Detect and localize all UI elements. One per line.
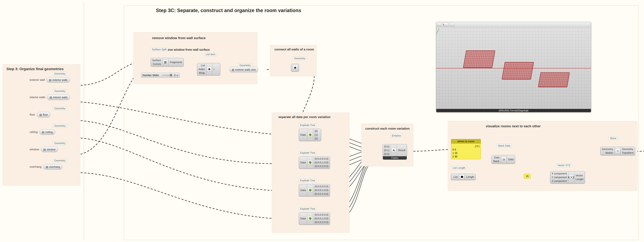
section-divider [84, 2, 84, 240]
port-yc[interactable]: Y component [552, 176, 567, 179]
comp-list-length[interactable]: List ⬢ Length [451, 174, 476, 180]
comp-geometry-param[interactable]: ◉ [291, 64, 299, 71]
port-move-motion[interactable]: Motion [606, 151, 613, 154]
port-02[interactable]: {0;2} [384, 153, 390, 156]
port-sd-stack[interactable]: Stack [493, 160, 500, 163]
group-visualize-title: visualize rooms next to each other [486, 124, 541, 128]
tag-geometry-connect: Geometry [293, 56, 307, 60]
port-xc[interactable]: X component [552, 172, 567, 175]
viewport-grid[interactable] [436, 27, 591, 109]
port-et-out-0-0[interactable]: {0} [314, 130, 318, 133]
viewport-input[interactable] [443, 23, 449, 26]
port-sd-out[interactable]: Data [508, 158, 514, 161]
rhino-viewport[interactable]: (600x300) Format32bppArgb [436, 22, 591, 112]
group-connect-title: connect all walls of a room [274, 48, 314, 51]
param-label-1: interior walls [30, 96, 45, 99]
comp-explode-tree-1[interactable]: Data🌳{0;0;0;0;0;0}{0;0;0;1;0;0}{0;0;0;2;… [299, 156, 330, 169]
tag-list-length: List Length [451, 166, 467, 170]
tag-stack-data: Stack Data [496, 144, 512, 148]
port-move-geo[interactable]: Geometry [602, 148, 613, 151]
param-label-0: exterior wall [30, 78, 45, 82]
port-wrap[interactable]: Wrap [199, 71, 205, 74]
capsule-interior walls[interactable]: ▤interior walls [47, 95, 70, 100]
list-length-icon: ⬢ [460, 174, 464, 179]
capsule-exterior walls[interactable]: ▤exterior walls [46, 77, 70, 83]
port-et-out-0-2[interactable]: {2} [314, 137, 318, 140]
capsule-ext-walls-new[interactable]: ▤exterior walls new [229, 67, 258, 72]
port-et-out-0-1[interactable]: {1} [314, 133, 318, 136]
comp-vector-xyz[interactable]: X component Y component Z component X,Y,… [550, 171, 585, 183]
move-icon: ⤳ [615, 149, 620, 153]
port-et-out-1-2[interactable]: {0;0;0;2;0;0} [314, 165, 328, 168]
room-box-2 [502, 62, 534, 79]
viewport-button-1[interactable] [437, 23, 442, 26]
viewport-button-2[interactable] [450, 23, 454, 26]
port-ll-length[interactable]: Length [466, 176, 474, 178]
port-move-xform[interactable]: Transform [622, 151, 634, 154]
comp-explode-tree-2[interactable]: Data🌳{0;0;0;0;0;0}{0;0;0;1;0;0}{0;0;0;2;… [299, 184, 330, 196]
capsule-overhang[interactable]: ▤overhang [43, 164, 62, 170]
param-label-3: ceiling [30, 130, 38, 134]
panel-col: { 0 } [452, 144, 480, 148]
port-result[interactable]: Result [398, 149, 406, 152]
capsule-floor[interactable]: ▤floor [37, 112, 50, 117]
number-slider[interactable]: Number Slider 2 ◇ [141, 73, 180, 78]
port-index[interactable]: Index [198, 68, 205, 71]
port-et-data-0[interactable]: Data [300, 133, 306, 136]
port-et-out-1-1[interactable]: {0;0;0;1;0;0} [314, 161, 328, 164]
port-surface[interactable]: Surface [152, 59, 161, 62]
port-et-out-3-0[interactable]: {0;0;0;0;0;0} [314, 213, 328, 216]
comp-move[interactable]: Geometry Motion ⤳ Geometry Transform [600, 147, 635, 155]
tag-entwine: Entwine [390, 134, 402, 138]
slider-track[interactable] [162, 75, 171, 76]
room-box-3 [538, 72, 570, 87]
tag-geometry-2: Geometry [53, 107, 67, 110]
group-remove-title2: remove window from wall surface [162, 48, 210, 51]
port-et-data-3[interactable]: Data [300, 217, 306, 220]
port-list[interactable]: List [201, 64, 205, 67]
port-et-out-2-1[interactable]: {0;0;0;1;0;0} [314, 189, 328, 192]
port-vector[interactable]: Vector [576, 174, 583, 177]
comp-surface-split[interactable]: Surface Curves ▥ Fragments [151, 58, 184, 66]
port-sd-data[interactable]: Data [494, 156, 500, 159]
port-01[interactable]: {0;1} [384, 149, 390, 152]
port-00[interactable]: {0;0} [384, 145, 390, 148]
tag-explode-3: Explode Tree [299, 207, 317, 211]
tag-geometry-0: Geometry [53, 72, 67, 76]
tag-geometry-1: Geometry [53, 89, 67, 93]
param-label-4: window [30, 148, 39, 151]
surface-split-icon: ▥ [163, 60, 168, 65]
port-ll-list[interactable]: List [454, 176, 458, 178]
port-et-out-1-0[interactable]: {0;0;0;0;0;0} [314, 157, 328, 160]
port-i[interactable]: i [214, 68, 214, 71]
stack-data-icon: 🗂 [501, 157, 506, 162]
capsule-window[interactable]: ▤window [41, 147, 58, 152]
port-et-out-2-2[interactable]: {0;0;0;2;0;0} [314, 193, 328, 195]
port-move-out-geo[interactable]: Geometry [622, 148, 633, 151]
comp-list-item[interactable]: List Index Wrap ✚ i [197, 63, 220, 75]
tag-explode-0: Explode Tree [299, 123, 317, 127]
comp-entwine[interactable]: {0;0} {0;1} {0;2} ≋ Result Flatten [383, 144, 407, 156]
group-remove-title: remove window from wall surface [152, 36, 206, 40]
port-zc[interactable]: Z component [552, 180, 567, 183]
port-et-data-1[interactable]: Data [300, 161, 306, 164]
comp-explode-tree-0[interactable]: Data🌳{0}{1}{2} [299, 129, 321, 141]
comp-explode-tree-3[interactable]: Data🌳{0;0;0;0;0;0}{0;0;0;1;0;0}{0;0;0;2;… [299, 212, 330, 225]
tag-surface-split: Surface Split [150, 48, 168, 51]
port-fragments[interactable]: Fragments [170, 61, 182, 64]
capsule-ceiling[interactable]: ▤ceiling [40, 129, 55, 135]
port-length[interactable]: Length [576, 178, 584, 181]
param-label-2: floor [30, 113, 35, 116]
port-curves[interactable]: Curves [153, 62, 161, 65]
tag-geometry-walls: Geometry [238, 63, 252, 67]
tag-explode-2: Explode Tree [299, 179, 317, 182]
panel-where-to-move[interactable]: where to move { 0 } 0 0 1 15 2 30 [451, 139, 481, 159]
port-et-out-3-1[interactable]: {0;0;0;1;0;0} [314, 217, 328, 220]
viewport-titlebar [436, 22, 591, 27]
port-et-out-3-2[interactable]: {0;0;0;2;0;0} [314, 221, 328, 224]
value-15[interactable]: 15 [524, 174, 530, 179]
comp-stack-data[interactable]: Data Stack 🗂 Data [492, 155, 515, 164]
room-box-1 [463, 50, 495, 68]
port-et-out-2-0[interactable]: {0;0;0;0;0;0} [314, 185, 328, 188]
port-et-data-2[interactable]: Data [300, 189, 306, 192]
